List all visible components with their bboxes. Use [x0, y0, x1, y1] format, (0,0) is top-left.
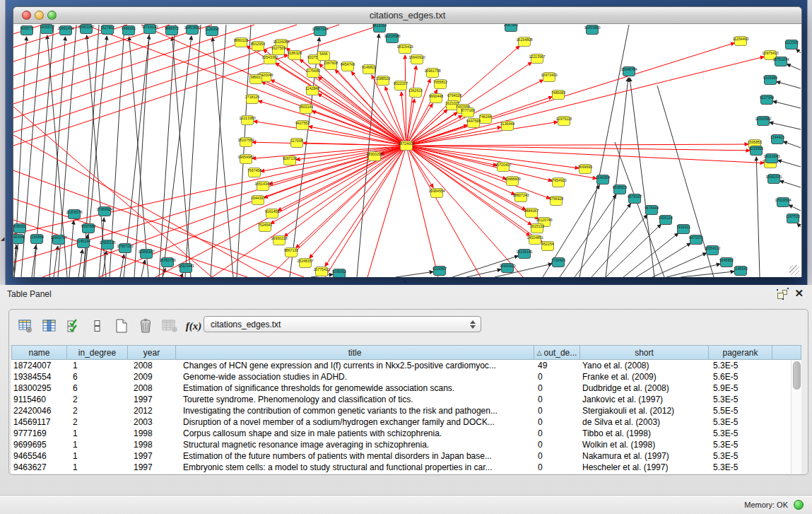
- import-table-icon[interactable]: [159, 316, 180, 336]
- graph-node[interactable]: 18107554: [237, 138, 254, 147]
- graph-node[interactable]: 9474444: [645, 206, 659, 215]
- graph-node[interactable]: 9427552: [295, 121, 310, 130]
- graph-node[interactable]: 12975115: [556, 117, 572, 126]
- graph-node[interactable]: 7667458: [247, 168, 261, 177]
- graph-node[interactable]: 10719133: [141, 25, 158, 34]
- graph-node[interactable]: 9397588: [81, 224, 95, 233]
- graph-node[interactable]: 1588520: [376, 76, 390, 86]
- graph-node[interactable]: 2935114: [659, 216, 673, 225]
- graph-node[interactable]: 12213383: [239, 116, 255, 125]
- graph-node[interactable]: 1244415: [770, 135, 784, 144]
- column-header-title[interactable]: title: [176, 345, 534, 360]
- graph-node[interactable]: 7524541: [258, 223, 272, 232]
- graph-node[interactable]: 16154808: [516, 37, 532, 47]
- graph-node[interactable]: 9295652: [332, 269, 346, 278]
- column-header-out_degree[interactable]: △out_de...: [534, 345, 580, 360]
- graph-node[interactable]: 8912954: [251, 42, 265, 51]
- network-canvas[interactable]: 1872400788601288912954152260559327509105…: [13, 24, 801, 277]
- graph-node[interactable]: 16961758: [424, 69, 440, 78]
- graph-node[interactable]: 835051: [13, 224, 25, 233]
- graph-node[interactable]: 18325419: [396, 45, 413, 54]
- graph-node[interactable]: 20691406: [57, 26, 73, 35]
- memory-status-icon[interactable]: [794, 500, 804, 510]
- splitter-handle[interactable]: [402, 279, 408, 283]
- graph-node[interactable]: 18724007: [398, 141, 414, 151]
- graph-node[interactable]: 2687682: [504, 24, 518, 32]
- graph-node[interactable]: 1905573: [40, 25, 54, 34]
- graph-node[interactable]: 16853809: [184, 25, 200, 35]
- graph-node[interactable]: 2718126: [245, 95, 259, 104]
- graph-node[interactable]: 8186328: [288, 51, 302, 60]
- graph-node[interactable]: 18300295: [366, 152, 382, 161]
- graph-node[interactable]: 7955812: [433, 80, 447, 89]
- graph-node[interactable]: 1242848: [305, 86, 319, 95]
- table-row[interactable]: 1830029562008Estimation of significance …: [11, 382, 791, 394]
- graph-node[interactable]: 15248157: [297, 259, 313, 268]
- graph-node[interactable]: 9699695: [578, 165, 592, 174]
- graph-node[interactable]: 8938923: [613, 185, 627, 194]
- table-row[interactable]: 1872400712008Changes of HCN gene express…: [11, 360, 791, 371]
- table-row[interactable]: 946362711997Embryonic stem cells: a mode…: [11, 462, 791, 473]
- table-options-icon[interactable]: [15, 316, 36, 336]
- graph-node[interactable]: 9886572: [165, 26, 179, 35]
- function-builder-icon[interactable]: f(x): [183, 316, 204, 336]
- graph-node[interactable]: 6497568: [466, 119, 481, 128]
- graph-node[interactable]: 16648784: [620, 67, 637, 76]
- table-vertical-scrollbar[interactable]: [791, 360, 801, 474]
- paired-rows-icon[interactable]: [87, 316, 108, 336]
- graph-node[interactable]: 19654962: [237, 155, 254, 164]
- graph-node[interactable]: 9161458: [265, 209, 279, 218]
- graph-node[interactable]: 11254493: [733, 37, 749, 46]
- graph-node[interactable]: 1145194: [76, 239, 90, 248]
- graph-node[interactable]: 8322037: [394, 81, 408, 90]
- network-window-titlebar[interactable]: citations_edges.txt: [13, 7, 801, 24]
- graph-node[interactable]: 1527602: [100, 25, 114, 35]
- graph-node[interactable]: 15751074: [772, 57, 789, 66]
- graph-node[interactable]: 9884067: [524, 209, 539, 218]
- table-selector-dropdown[interactable]: citations_edges.txt: [204, 316, 481, 332]
- graph-node[interactable]: 9267130: [283, 156, 297, 165]
- graph-node[interactable]: 16930923: [499, 264, 515, 273]
- graph-node[interactable]: 10973403: [541, 73, 557, 82]
- table-row[interactable]: 911546021997Tourette syndrome. Phenomeno…: [11, 394, 791, 405]
- graph-node[interactable]: 98901: [250, 75, 262, 84]
- graph-node[interactable]: 18807243: [512, 193, 529, 202]
- graph-node[interactable]: 19384554: [428, 189, 445, 198]
- graph-node[interactable]: 8813054: [372, 24, 387, 33]
- column-header-year[interactable]: year: [128, 345, 176, 360]
- graph-node[interactable]: 17857224: [312, 27, 328, 36]
- scrollbar-thumb[interactable]: [793, 361, 801, 390]
- graph-node[interactable]: 16514343: [254, 182, 271, 191]
- delete-table-icon[interactable]: [135, 316, 156, 336]
- graph-node[interactable]: 2367608: [324, 61, 338, 70]
- graph-node[interactable]: 13958167: [138, 250, 154, 259]
- graph-node[interactable]: 9756928: [549, 197, 563, 206]
- graph-node[interactable]: 1362615: [408, 88, 423, 98]
- graph-node[interactable]: 6466161: [122, 26, 136, 35]
- table-row[interactable]: 969969511998Structural magnetic resonanc…: [11, 439, 791, 450]
- graph-node[interactable]: 1175685: [306, 69, 320, 78]
- graph-node[interactable]: 19218586: [384, 34, 400, 43]
- graph-node[interactable]: 14524851: [526, 235, 543, 245]
- graph-node[interactable]: 1146543: [734, 267, 748, 276]
- graph-node[interactable]: 1112305: [784, 40, 799, 49]
- table-row[interactable]: 1938455462009Genome-wide association stu…: [11, 371, 791, 382]
- graph-node[interactable]: 9777169: [461, 108, 475, 117]
- graph-node[interactable]: 2803144: [299, 105, 313, 114]
- table-row[interactable]: 946554611997Estimation of the future num…: [11, 450, 791, 462]
- graph-node[interactable]: 746266: [479, 115, 491, 124]
- table-row[interactable]: 2242004622012Investigating the contribut…: [11, 405, 791, 416]
- graph-node[interactable]: 1156869: [30, 235, 44, 244]
- graph-node[interactable]: 12093582: [755, 117, 771, 126]
- graph-node[interactable]: 17016504: [775, 198, 791, 207]
- collapsed-panel-arrow[interactable]: ◢: [1, 236, 4, 241]
- graph-node[interactable]: 452254: [541, 242, 553, 251]
- graph-node[interactable]: 16210643: [763, 154, 779, 163]
- graph-node[interactable]: 1640954: [596, 175, 610, 185]
- graph-node[interactable]: 9146821: [362, 65, 376, 74]
- graph-node[interactable]: 16053803: [584, 25, 600, 35]
- show-columns-icon[interactable]: [39, 316, 60, 336]
- column-header-pagerank[interactable]: pagerank: [709, 345, 772, 360]
- graph-node[interactable]: 9224567: [433, 267, 447, 276]
- graph-node[interactable]: 9867130: [284, 248, 298, 257]
